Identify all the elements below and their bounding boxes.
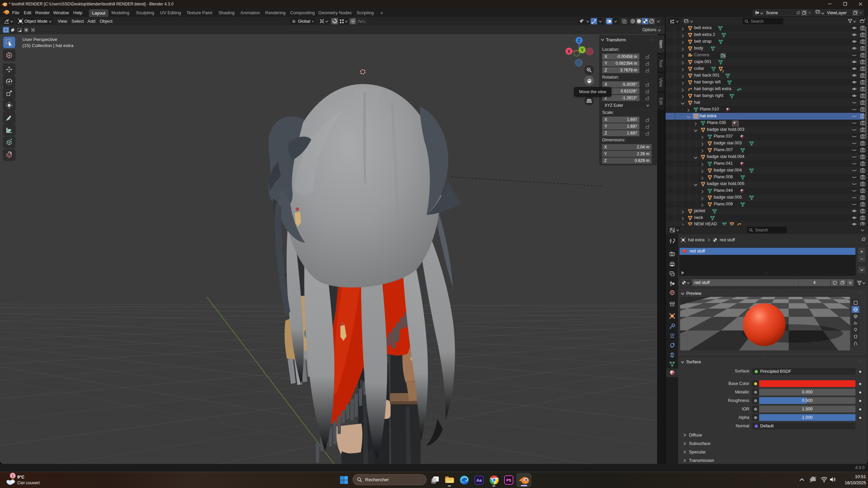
svg-text:Y: Y bbox=[581, 48, 584, 53]
svg-text:X: X bbox=[568, 49, 570, 54]
svg-text:Z: Z bbox=[578, 38, 580, 43]
